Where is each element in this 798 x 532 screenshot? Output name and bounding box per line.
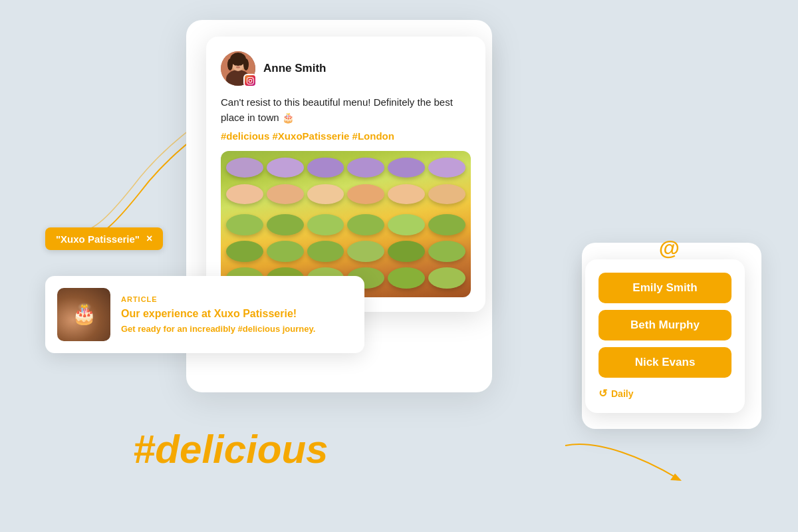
retweet-icon: ↺: [598, 387, 607, 400]
mention-item-emily[interactable]: Emily Smith: [598, 273, 732, 303]
article-thumbnail: 🎂: [57, 288, 110, 341]
article-label: ARTICLE: [121, 295, 315, 303]
search-tag[interactable]: "Xuxo Patisserie" ×: [45, 227, 163, 250]
article-content: ARTICLE Our experience at Xuxo Patisseri…: [121, 295, 315, 334]
avatar: [221, 51, 255, 86]
article-card: 🎂 ARTICLE Our experience at Xuxo Patisse…: [45, 276, 364, 353]
mention-frequency-label: Daily: [611, 388, 633, 399]
article-title-prefix: Our experience at: [121, 308, 214, 319]
social-card-header: Anne Smith: [221, 51, 471, 86]
svg-point-10: [243, 59, 249, 70]
at-symbol: @: [659, 236, 680, 261]
mention-card: Emily Smith Beth Murphy Nick Evans ↺ Dai…: [585, 259, 745, 413]
search-tag-label: "Xuxo Patisserie": [56, 233, 140, 245]
social-card: Anne Smith Can't resist to this beautifu…: [206, 37, 485, 312]
post-text: Can't resist to this beautiful menu! Def…: [221, 95, 471, 125]
instagram-badge: [243, 74, 257, 87]
article-desc-suffix: journey.: [280, 324, 315, 334]
article-desc-highlight: #delicious: [238, 324, 281, 334]
big-hashtag: #delicious: [133, 426, 328, 472]
mention-footer: ↺ Daily: [598, 387, 732, 400]
search-tag-close-button[interactable]: ×: [146, 233, 152, 245]
post-hashtags: #delicious #XuxoPatisserie #London: [221, 130, 471, 142]
author-name: Anne Smith: [263, 62, 326, 75]
mention-item-beth[interactable]: Beth Murphy: [598, 310, 732, 340]
article-description: Get ready for an increadibly #delicious …: [121, 324, 315, 334]
post-image: [221, 151, 471, 297]
article-title: Our experience at Xuxo Patisserie!: [121, 307, 315, 321]
mention-item-nick[interactable]: Nick Evans: [598, 347, 732, 378]
svg-point-7: [236, 66, 240, 68]
article-title-highlight: Xuxo Patisserie!: [214, 308, 297, 319]
article-desc-prefix: Get ready for an increadibly: [121, 324, 238, 334]
svg-point-9: [227, 59, 233, 70]
